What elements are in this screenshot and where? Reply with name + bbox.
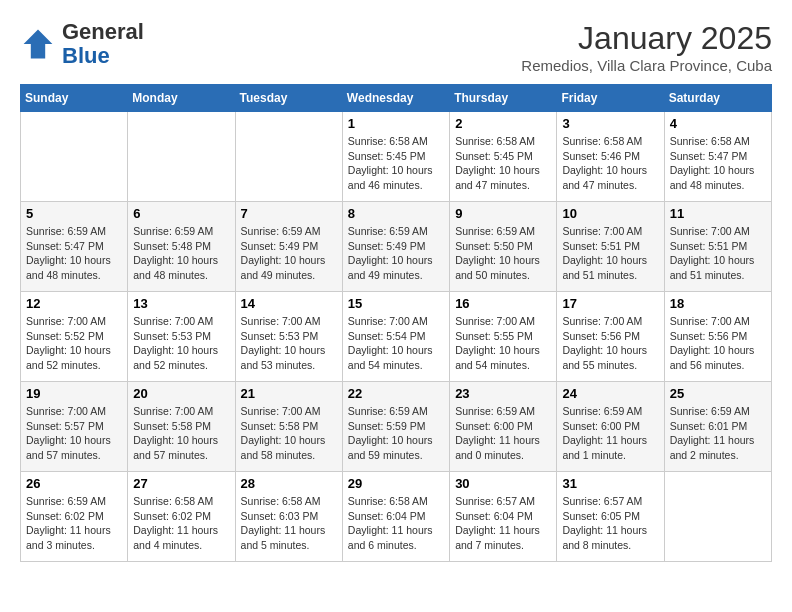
- day-info: Sunrise: 6:58 AM Sunset: 5:45 PM Dayligh…: [455, 134, 551, 193]
- day-info: Sunrise: 7:00 AM Sunset: 5:52 PM Dayligh…: [26, 314, 122, 373]
- day-number: 6: [133, 206, 229, 221]
- day-cell: 31Sunrise: 6:57 AM Sunset: 6:05 PM Dayli…: [557, 472, 664, 562]
- day-info: Sunrise: 6:59 AM Sunset: 5:49 PM Dayligh…: [348, 224, 444, 283]
- day-cell: 8Sunrise: 6:59 AM Sunset: 5:49 PM Daylig…: [342, 202, 449, 292]
- day-number: 3: [562, 116, 658, 131]
- day-cell: 4Sunrise: 6:58 AM Sunset: 5:47 PM Daylig…: [664, 112, 771, 202]
- day-cell: 13Sunrise: 7:00 AM Sunset: 5:53 PM Dayli…: [128, 292, 235, 382]
- day-number: 25: [670, 386, 766, 401]
- page-header: General Blue January 2025 Remedios, Vill…: [20, 20, 772, 74]
- day-info: Sunrise: 6:58 AM Sunset: 6:03 PM Dayligh…: [241, 494, 337, 553]
- day-info: Sunrise: 7:00 AM Sunset: 5:57 PM Dayligh…: [26, 404, 122, 463]
- day-number: 24: [562, 386, 658, 401]
- day-cell: 6Sunrise: 6:59 AM Sunset: 5:48 PM Daylig…: [128, 202, 235, 292]
- day-info: Sunrise: 7:00 AM Sunset: 5:51 PM Dayligh…: [670, 224, 766, 283]
- day-info: Sunrise: 6:58 AM Sunset: 6:02 PM Dayligh…: [133, 494, 229, 553]
- day-info: Sunrise: 7:00 AM Sunset: 5:56 PM Dayligh…: [562, 314, 658, 373]
- day-number: 8: [348, 206, 444, 221]
- day-cell: 3Sunrise: 6:58 AM Sunset: 5:46 PM Daylig…: [557, 112, 664, 202]
- svg-marker-0: [24, 30, 53, 59]
- week-row-4: 19Sunrise: 7:00 AM Sunset: 5:57 PM Dayli…: [21, 382, 772, 472]
- day-cell: 1Sunrise: 6:58 AM Sunset: 5:45 PM Daylig…: [342, 112, 449, 202]
- day-info: Sunrise: 6:59 AM Sunset: 6:02 PM Dayligh…: [26, 494, 122, 553]
- day-info: Sunrise: 6:59 AM Sunset: 5:49 PM Dayligh…: [241, 224, 337, 283]
- day-cell: [664, 472, 771, 562]
- col-header-monday: Monday: [128, 85, 235, 112]
- day-cell: 16Sunrise: 7:00 AM Sunset: 5:55 PM Dayli…: [450, 292, 557, 382]
- month-title: January 2025: [521, 20, 772, 57]
- day-cell: [21, 112, 128, 202]
- day-cell: 24Sunrise: 6:59 AM Sunset: 6:00 PM Dayli…: [557, 382, 664, 472]
- week-row-1: 1Sunrise: 6:58 AM Sunset: 5:45 PM Daylig…: [21, 112, 772, 202]
- day-cell: 18Sunrise: 7:00 AM Sunset: 5:56 PM Dayli…: [664, 292, 771, 382]
- day-cell: [235, 112, 342, 202]
- day-info: Sunrise: 6:59 AM Sunset: 5:50 PM Dayligh…: [455, 224, 551, 283]
- day-info: Sunrise: 6:59 AM Sunset: 5:59 PM Dayligh…: [348, 404, 444, 463]
- day-info: Sunrise: 6:59 AM Sunset: 6:00 PM Dayligh…: [455, 404, 551, 463]
- day-number: 7: [241, 206, 337, 221]
- logo: General Blue: [20, 20, 144, 68]
- day-info: Sunrise: 6:58 AM Sunset: 5:45 PM Dayligh…: [348, 134, 444, 193]
- day-cell: 7Sunrise: 6:59 AM Sunset: 5:49 PM Daylig…: [235, 202, 342, 292]
- col-header-wednesday: Wednesday: [342, 85, 449, 112]
- day-number: 19: [26, 386, 122, 401]
- day-number: 16: [455, 296, 551, 311]
- day-info: Sunrise: 6:59 AM Sunset: 6:01 PM Dayligh…: [670, 404, 766, 463]
- location: Remedios, Villa Clara Province, Cuba: [521, 57, 772, 74]
- logo-icon: [20, 26, 56, 62]
- day-cell: 12Sunrise: 7:00 AM Sunset: 5:52 PM Dayli…: [21, 292, 128, 382]
- day-info: Sunrise: 7:00 AM Sunset: 5:58 PM Dayligh…: [241, 404, 337, 463]
- col-header-tuesday: Tuesday: [235, 85, 342, 112]
- day-cell: 30Sunrise: 6:57 AM Sunset: 6:04 PM Dayli…: [450, 472, 557, 562]
- logo-text: General Blue: [62, 20, 144, 68]
- day-info: Sunrise: 7:00 AM Sunset: 5:54 PM Dayligh…: [348, 314, 444, 373]
- day-info: Sunrise: 7:00 AM Sunset: 5:56 PM Dayligh…: [670, 314, 766, 373]
- day-number: 11: [670, 206, 766, 221]
- day-number: 30: [455, 476, 551, 491]
- day-cell: 15Sunrise: 7:00 AM Sunset: 5:54 PM Dayli…: [342, 292, 449, 382]
- day-cell: 5Sunrise: 6:59 AM Sunset: 5:47 PM Daylig…: [21, 202, 128, 292]
- day-info: Sunrise: 7:00 AM Sunset: 5:55 PM Dayligh…: [455, 314, 551, 373]
- logo-general: General: [62, 19, 144, 44]
- day-number: 10: [562, 206, 658, 221]
- day-number: 15: [348, 296, 444, 311]
- day-number: 9: [455, 206, 551, 221]
- day-cell: 20Sunrise: 7:00 AM Sunset: 5:58 PM Dayli…: [128, 382, 235, 472]
- day-cell: 27Sunrise: 6:58 AM Sunset: 6:02 PM Dayli…: [128, 472, 235, 562]
- day-number: 29: [348, 476, 444, 491]
- day-cell: 19Sunrise: 7:00 AM Sunset: 5:57 PM Dayli…: [21, 382, 128, 472]
- day-info: Sunrise: 6:57 AM Sunset: 6:04 PM Dayligh…: [455, 494, 551, 553]
- day-cell: 10Sunrise: 7:00 AM Sunset: 5:51 PM Dayli…: [557, 202, 664, 292]
- day-number: 27: [133, 476, 229, 491]
- day-info: Sunrise: 7:00 AM Sunset: 5:58 PM Dayligh…: [133, 404, 229, 463]
- header-row: SundayMondayTuesdayWednesdayThursdayFrid…: [21, 85, 772, 112]
- col-header-thursday: Thursday: [450, 85, 557, 112]
- day-info: Sunrise: 7:00 AM Sunset: 5:53 PM Dayligh…: [241, 314, 337, 373]
- day-info: Sunrise: 6:58 AM Sunset: 6:04 PM Dayligh…: [348, 494, 444, 553]
- day-info: Sunrise: 6:59 AM Sunset: 6:00 PM Dayligh…: [562, 404, 658, 463]
- day-number: 4: [670, 116, 766, 131]
- week-row-5: 26Sunrise: 6:59 AM Sunset: 6:02 PM Dayli…: [21, 472, 772, 562]
- day-cell: 2Sunrise: 6:58 AM Sunset: 5:45 PM Daylig…: [450, 112, 557, 202]
- day-cell: 28Sunrise: 6:58 AM Sunset: 6:03 PM Dayli…: [235, 472, 342, 562]
- day-number: 17: [562, 296, 658, 311]
- week-row-3: 12Sunrise: 7:00 AM Sunset: 5:52 PM Dayli…: [21, 292, 772, 382]
- day-cell: 22Sunrise: 6:59 AM Sunset: 5:59 PM Dayli…: [342, 382, 449, 472]
- day-info: Sunrise: 6:57 AM Sunset: 6:05 PM Dayligh…: [562, 494, 658, 553]
- day-number: 28: [241, 476, 337, 491]
- day-number: 1: [348, 116, 444, 131]
- day-cell: 11Sunrise: 7:00 AM Sunset: 5:51 PM Dayli…: [664, 202, 771, 292]
- day-cell: [128, 112, 235, 202]
- day-number: 21: [241, 386, 337, 401]
- day-cell: 14Sunrise: 7:00 AM Sunset: 5:53 PM Dayli…: [235, 292, 342, 382]
- week-row-2: 5Sunrise: 6:59 AM Sunset: 5:47 PM Daylig…: [21, 202, 772, 292]
- logo-blue: Blue: [62, 43, 110, 68]
- col-header-sunday: Sunday: [21, 85, 128, 112]
- day-number: 12: [26, 296, 122, 311]
- day-number: 14: [241, 296, 337, 311]
- day-info: Sunrise: 6:59 AM Sunset: 5:48 PM Dayligh…: [133, 224, 229, 283]
- day-cell: 26Sunrise: 6:59 AM Sunset: 6:02 PM Dayli…: [21, 472, 128, 562]
- calendar-table: SundayMondayTuesdayWednesdayThursdayFrid…: [20, 84, 772, 562]
- day-cell: 9Sunrise: 6:59 AM Sunset: 5:50 PM Daylig…: [450, 202, 557, 292]
- day-info: Sunrise: 6:58 AM Sunset: 5:46 PM Dayligh…: [562, 134, 658, 193]
